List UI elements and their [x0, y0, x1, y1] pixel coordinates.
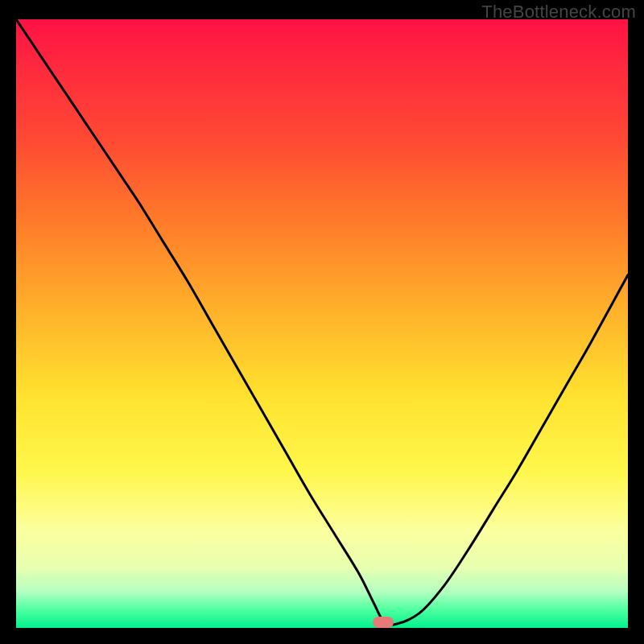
- bottleneck-curve: [16, 19, 628, 625]
- curve-svg: [16, 19, 628, 628]
- watermark-text: TheBottleneck.com: [481, 2, 636, 23]
- optimal-point-marker: [373, 617, 394, 628]
- plot-area: [16, 19, 628, 628]
- chart-frame: TheBottleneck.com: [0, 0, 644, 644]
